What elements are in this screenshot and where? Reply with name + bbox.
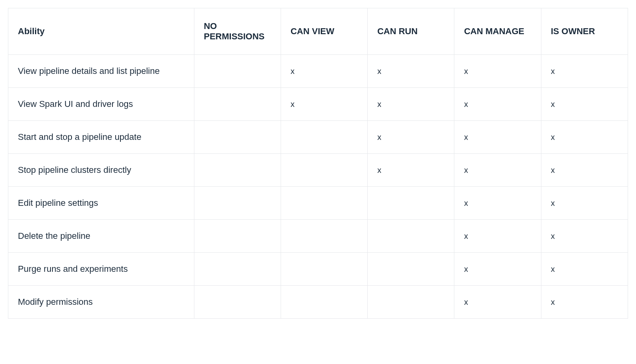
table-row: View Spark UI and driver logsxxxx xyxy=(8,88,628,121)
can-run-cell: x xyxy=(368,88,454,121)
can-view-cell xyxy=(281,121,367,154)
no-permissions-cell xyxy=(194,88,281,121)
is-owner-cell: x xyxy=(541,286,628,319)
header-can-manage: CAN MANAGE xyxy=(454,8,541,55)
header-can-view: CAN VIEW xyxy=(281,8,367,55)
is-owner-cell: x xyxy=(541,55,628,88)
permissions-table: Ability NO PERMISSIONS CAN VIEW CAN RUN … xyxy=(8,8,628,319)
is-owner-cell: x xyxy=(541,253,628,286)
no-permissions-cell xyxy=(194,286,281,319)
table-row: Modify permissionsxx xyxy=(8,286,628,319)
table-header-row: Ability NO PERMISSIONS CAN VIEW CAN RUN … xyxy=(8,8,628,55)
table-body: View pipeline details and list pipelinex… xyxy=(8,55,628,319)
can-run-cell: x xyxy=(368,121,454,154)
header-can-run: CAN RUN xyxy=(368,8,454,55)
can-view-cell xyxy=(281,253,367,286)
is-owner-cell: x xyxy=(541,88,628,121)
can-view-cell xyxy=(281,220,367,253)
header-no-permissions: NO PERMISSIONS xyxy=(194,8,281,55)
table-row: Stop pipeline clusters directlyxxx xyxy=(8,154,628,187)
table-row: Start and stop a pipeline updatexxx xyxy=(8,121,628,154)
no-permissions-cell xyxy=(194,220,281,253)
ability-cell: Edit pipeline settings xyxy=(8,187,194,220)
can-manage-cell: x xyxy=(454,121,541,154)
can-manage-cell: x xyxy=(454,88,541,121)
can-manage-cell: x xyxy=(454,154,541,187)
can-run-cell xyxy=(368,187,454,220)
can-manage-cell: x xyxy=(454,220,541,253)
can-view-cell xyxy=(281,286,367,319)
can-run-cell: x xyxy=(368,154,454,187)
no-permissions-cell xyxy=(194,55,281,88)
can-run-cell xyxy=(368,286,454,319)
can-run-cell: x xyxy=(368,55,454,88)
is-owner-cell: x xyxy=(541,121,628,154)
can-manage-cell: x xyxy=(454,187,541,220)
ability-cell: View pipeline details and list pipeline xyxy=(8,55,194,88)
is-owner-cell: x xyxy=(541,220,628,253)
table-row: View pipeline details and list pipelinex… xyxy=(8,55,628,88)
can-run-cell xyxy=(368,220,454,253)
ability-cell: Modify permissions xyxy=(8,286,194,319)
header-is-owner: IS OWNER xyxy=(541,8,628,55)
can-manage-cell: x xyxy=(454,286,541,319)
no-permissions-cell xyxy=(194,154,281,187)
table-row: Purge runs and experimentsxx xyxy=(8,253,628,286)
ability-cell: Delete the pipeline xyxy=(8,220,194,253)
ability-cell: View Spark UI and driver logs xyxy=(8,88,194,121)
no-permissions-cell xyxy=(194,187,281,220)
can-view-cell: x xyxy=(281,88,367,121)
can-run-cell xyxy=(368,253,454,286)
can-manage-cell: x xyxy=(454,55,541,88)
is-owner-cell: x xyxy=(541,187,628,220)
can-manage-cell: x xyxy=(454,253,541,286)
table-row: Delete the pipelinexx xyxy=(8,220,628,253)
ability-cell: Purge runs and experiments xyxy=(8,253,194,286)
ability-cell: Stop pipeline clusters directly xyxy=(8,154,194,187)
can-view-cell xyxy=(281,154,367,187)
table-row: Edit pipeline settingsxx xyxy=(8,187,628,220)
can-view-cell xyxy=(281,187,367,220)
no-permissions-cell xyxy=(194,121,281,154)
is-owner-cell: x xyxy=(541,154,628,187)
ability-cell: Start and stop a pipeline update xyxy=(8,121,194,154)
no-permissions-cell xyxy=(194,253,281,286)
header-ability: Ability xyxy=(8,8,194,55)
can-view-cell: x xyxy=(281,55,367,88)
